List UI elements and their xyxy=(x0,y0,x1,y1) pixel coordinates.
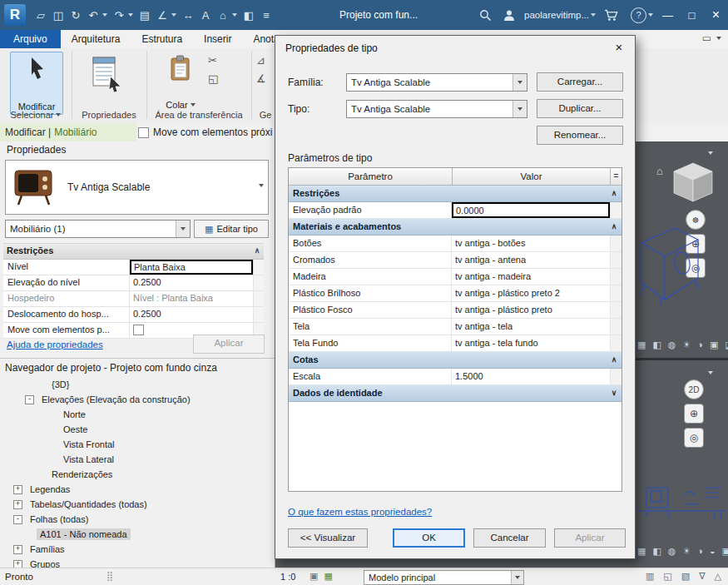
property-value-editor[interactable]: Planta Baixa xyxy=(130,260,253,275)
tree-item-folhas-todas[interactable]: -Folhas (todas) xyxy=(0,512,275,527)
redo-icon-caret[interactable] xyxy=(128,13,133,17)
rendering-icon[interactable]: ◒ xyxy=(710,546,716,557)
cut-icon[interactable]: ✂ xyxy=(208,55,218,66)
text-icon[interactable]: A xyxy=(197,9,214,22)
ok-button[interactable]: OK xyxy=(393,528,465,548)
design-options-icon[interactable]: ▦ xyxy=(324,571,332,582)
detail-level-icon[interactable]: ◧ xyxy=(652,340,661,350)
tree-item-tabelas-quantidades-todas[interactable]: +Tabelas/Quantidades (todas) xyxy=(0,497,275,512)
thin-lines-icon[interactable]: ≡ xyxy=(258,9,275,22)
tree-item-norte[interactable]: Norte xyxy=(0,407,275,422)
property-value[interactable]: Planta Baixa xyxy=(130,260,253,275)
print-icon[interactable]: ▤ xyxy=(136,9,153,22)
property-value[interactable]: Nível : Planta Baixa xyxy=(130,291,253,306)
dialog-section-restricoes[interactable]: Restrições∧ xyxy=(289,186,622,202)
visual-style-icon[interactable]: ◍ xyxy=(668,546,676,557)
pan-icon[interactable]: ◎ xyxy=(684,428,704,448)
property-value[interactable]: 0.2500 xyxy=(130,307,253,322)
dropdown-button[interactable] xyxy=(513,101,527,117)
parameter-value[interactable]: tv antiga - plástico preto 2 xyxy=(452,285,610,301)
measure-icon[interactable]: ∠ xyxy=(154,9,171,22)
shadows-icon[interactable]: ◑ xyxy=(697,340,703,350)
open-icon[interactable]: ▱ xyxy=(32,9,49,22)
parameter-value[interactable]: 1.5000 xyxy=(452,369,610,384)
copy-icon[interactable]: ◱ xyxy=(208,73,218,84)
ribbon-state-caret-icon[interactable] xyxy=(716,37,721,40)
properties-button[interactable] xyxy=(83,55,130,105)
undo-icon[interactable]: ↶ xyxy=(85,9,102,22)
paste-button[interactable]: Colar xyxy=(161,52,200,112)
application-menu-button[interactable]: R xyxy=(4,4,26,26)
parameter-value[interactable]: tv antiga - antena xyxy=(452,252,610,268)
zoom-icon[interactable]: ⊕ xyxy=(684,404,704,424)
worksets-icon[interactable]: ▥ xyxy=(646,571,654,582)
move-with-nearby-checkbox[interactable] xyxy=(138,127,149,138)
tree-item-grupos[interactable]: +Grupos xyxy=(0,557,275,568)
type-selector-caret-icon[interactable] xyxy=(259,184,264,187)
modify-button[interactable]: Modificar xyxy=(10,52,63,115)
view-scale[interactable]: 1 :0 xyxy=(280,572,295,582)
parameter-column-header[interactable]: Parâmetro xyxy=(289,168,453,185)
element-filter-dropdown[interactable]: Mobiliário (1) xyxy=(5,220,191,238)
view-title-caret-icon[interactable] xyxy=(708,365,716,377)
palette-apply-button[interactable]: Aplicar xyxy=(193,335,265,354)
user-icon[interactable] xyxy=(503,9,515,22)
dropdown-button[interactable] xyxy=(513,74,527,91)
scale-icon[interactable]: ▦ xyxy=(637,340,646,350)
tab-arquivo[interactable]: Arquivo xyxy=(0,30,61,48)
ribbon-display-icon[interactable]: ▭ xyxy=(702,32,711,44)
search-icon[interactable] xyxy=(479,9,492,22)
select-panel-label[interactable]: Selecionar xyxy=(0,108,72,121)
default-3d-view-icon-caret[interactable] xyxy=(232,13,237,17)
redo-icon[interactable]: ↷ xyxy=(111,9,127,22)
filter-icon[interactable]: ∇ xyxy=(699,571,705,582)
dialog-section-materiais-e-acabamentos[interactable]: Materiais e acabamentos∧ xyxy=(289,219,622,235)
default-3d-view-icon[interactable]: ⌂ xyxy=(215,9,231,22)
parameter-value-editor[interactable]: 0.0000 xyxy=(452,202,610,218)
save-icon[interactable]: ◫ xyxy=(50,9,67,22)
sync-icon[interactable]: ↻ xyxy=(67,9,84,22)
preview-button[interactable]: << Visualizar xyxy=(288,528,368,548)
crop-view-icon[interactable]: ▣ xyxy=(722,546,728,557)
links-icon[interactable]: ◱ xyxy=(663,571,671,582)
view-cube[interactable] xyxy=(671,160,716,205)
parameter-value[interactable]: tv antiga - tela xyxy=(452,319,610,335)
cope-icon[interactable]: ∡ xyxy=(256,73,266,84)
tree-item-vista-lateral[interactable]: Vista Lateral xyxy=(0,452,275,467)
minimize-button[interactable]: — xyxy=(656,0,680,30)
type-selector[interactable]: Tv Antiga Scalable xyxy=(5,160,269,215)
edit-type-button[interactable]: ▦ Editar tipo xyxy=(194,220,269,238)
palette-section-restricoes[interactable]: Restrições∧ xyxy=(3,244,264,260)
tree-item-renderizacoes[interactable]: Renderizações xyxy=(0,467,275,482)
dropdown-button[interactable] xyxy=(176,221,190,237)
property-checkbox[interactable] xyxy=(133,325,144,335)
sheet-icon[interactable]: ▣ xyxy=(310,571,318,582)
dialog-section-dados-de-identidade[interactable]: Dados de identidade∨ xyxy=(289,385,622,402)
join-geometry-icon[interactable]: ⊿ xyxy=(256,55,266,66)
exclude-options-icon[interactable]: ▧ xyxy=(681,571,690,582)
expand-icon[interactable]: + xyxy=(13,545,22,554)
parameter-value[interactable]: tv antiga - plástico preto xyxy=(452,302,610,318)
scale-icon[interactable]: ▦ xyxy=(637,546,646,557)
dialog-section-cotas[interactable]: Cotas∧ xyxy=(289,352,622,369)
tree-item-a101-nao-nomeada[interactable]: A101 - Não nomeada xyxy=(0,527,275,542)
close-button[interactable]: × xyxy=(704,0,728,30)
tree-item-legendas[interactable]: +Legendas xyxy=(0,482,275,497)
design-option-dropdown[interactable]: Modelo principal xyxy=(364,570,524,585)
collapse-icon[interactable]: - xyxy=(25,395,34,404)
crop-view-icon[interactable]: ▣ xyxy=(710,340,718,350)
collapse-icon[interactable]: - xyxy=(13,515,22,524)
selection-toggle-icon[interactable]: △ xyxy=(715,571,721,582)
tab-arquitetura[interactable]: Arquitetura xyxy=(61,30,131,48)
undo-icon-caret[interactable] xyxy=(102,13,107,17)
value-column-header[interactable]: Valor xyxy=(453,168,611,185)
tree-item-elevacoes-elevacao-da-construcao[interactable]: -Elevações (Elevação da construção) xyxy=(0,392,275,407)
dropdown-button[interactable] xyxy=(511,571,523,584)
2d-wheel-icon[interactable]: 2D xyxy=(684,379,704,399)
duplicate-button[interactable]: Duplicar... xyxy=(537,99,623,118)
shadows-icon[interactable]: ◑ xyxy=(697,546,703,557)
properties-help-link[interactable]: Ajuda de propriedades xyxy=(7,340,103,350)
sun-path-icon[interactable]: ☀ xyxy=(682,546,691,557)
properties-panel-label[interactable]: Propriedades xyxy=(72,108,146,121)
sun-path-icon[interactable]: ☀ xyxy=(682,340,691,350)
